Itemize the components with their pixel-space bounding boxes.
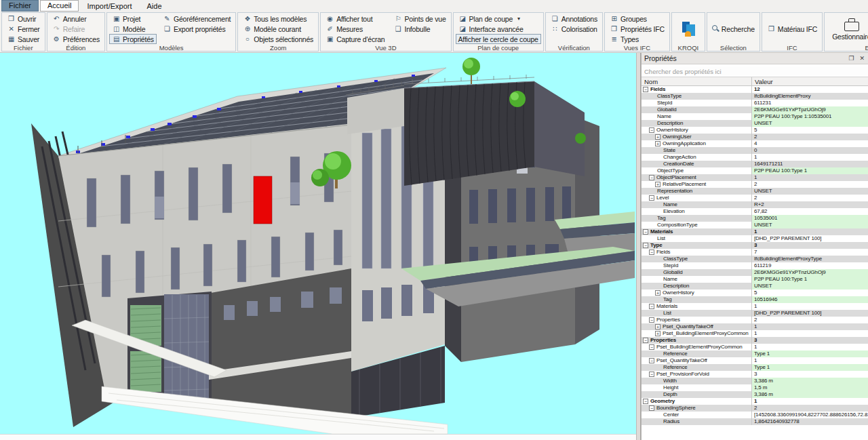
expand-icon[interactable]: + bbox=[655, 182, 660, 187]
property-row[interactable]: StepId611231 bbox=[642, 100, 868, 106]
property-row[interactable]: DescriptionUNSET bbox=[642, 283, 868, 289]
panel-splitter[interactable] bbox=[636, 53, 641, 440]
property-row[interactable]: −Properties3 bbox=[642, 337, 868, 344]
property-row[interactable]: RepresentationUNSET bbox=[642, 188, 868, 195]
property-row[interactable]: ClassTypeIfcBuildingElementProxyType bbox=[642, 256, 868, 262]
plan-de-coupe-btn-button[interactable]: ◪Plan de coupe▾ bbox=[456, 14, 541, 24]
recherche-button[interactable]: Recherche bbox=[709, 24, 757, 34]
projet-button[interactable]: ▣Projet bbox=[109, 14, 157, 24]
expand-icon[interactable]: + bbox=[655, 324, 660, 329]
proprietes-button[interactable]: ▤Propriétés bbox=[109, 34, 157, 44]
georeferencement-button[interactable]: ✎Géoréférencement bbox=[160, 14, 233, 24]
property-row[interactable]: Tag10535001 bbox=[642, 215, 868, 222]
property-row[interactable]: −Geometry1 bbox=[642, 398, 868, 405]
tab-import-export[interactable]: Import/Export bbox=[80, 1, 138, 12]
property-row[interactable]: −Pset_ProvisionForVoid3 bbox=[642, 371, 868, 378]
property-row[interactable]: −ObjectPlacement1 bbox=[642, 174, 868, 181]
materiau-ifc-button[interactable]: ❐Matériau IFC bbox=[764, 24, 820, 34]
collapse-icon[interactable]: − bbox=[649, 127, 654, 133]
ouvrir-button[interactable]: ❐Ouvrir bbox=[4, 14, 43, 24]
collapse-icon[interactable]: − bbox=[649, 304, 654, 309]
property-row[interactable]: CompositionTypeUNSET bbox=[642, 222, 868, 228]
tab-fichier[interactable]: Fichier bbox=[1, 0, 39, 12]
expand-icon[interactable]: + bbox=[655, 134, 660, 140]
expand-icon[interactable]: + bbox=[655, 331, 660, 336]
collapse-icon[interactable]: − bbox=[649, 195, 654, 201]
groupes-button[interactable]: ⊞Groupes bbox=[607, 14, 667, 24]
property-row[interactable]: −Materials1 bbox=[642, 303, 868, 310]
property-row[interactable]: ClassTypeIfcBuildingElementProxy bbox=[642, 93, 868, 100]
collapse-icon[interactable]: − bbox=[649, 249, 654, 255]
types-button[interactable]: ≣Types bbox=[607, 34, 667, 44]
expand-icon[interactable]: + bbox=[655, 290, 660, 296]
expand-icon[interactable]: + bbox=[655, 141, 660, 146]
mesures-button[interactable]: ✐Mesures bbox=[323, 24, 387, 34]
proprietes-ifc-button[interactable]: ❐Propriétés IFC bbox=[607, 24, 667, 34]
collapse-icon[interactable]: − bbox=[643, 87, 648, 92]
tab-aide[interactable]: Aide bbox=[140, 1, 169, 12]
property-row[interactable]: NameP2P PEAU 100:Type 1 bbox=[642, 276, 868, 283]
colorisation-button[interactable]: ∷Colorisation bbox=[548, 24, 600, 34]
property-row[interactable]: Width3,386 m bbox=[642, 378, 868, 384]
collapse-icon[interactable]: − bbox=[643, 243, 648, 248]
collapse-icon[interactable]: − bbox=[649, 358, 654, 363]
property-row[interactable]: −Fields7 bbox=[642, 249, 868, 256]
objets-selectionnes-button[interactable]: ○Objets sélectionnés bbox=[240, 34, 316, 44]
kroqi-btn-button[interactable] bbox=[674, 14, 703, 44]
points-de-vue-button[interactable]: ⚐Points de vue bbox=[391, 14, 449, 24]
property-row[interactable]: State0 bbox=[642, 147, 868, 154]
tous-les-modeles-button[interactable]: ❖Tous les modèles bbox=[240, 14, 316, 24]
export-proprietes-button[interactable]: ❏Export propriétés bbox=[160, 24, 233, 34]
fermer-button[interactable]: ✕Fermer bbox=[4, 24, 43, 34]
close-panel-icon[interactable]: ✕ bbox=[859, 55, 865, 62]
property-row[interactable]: −Properties2 bbox=[642, 317, 868, 323]
property-row[interactable]: +Pset_BuildingElementProxyCommon1 bbox=[642, 330, 868, 337]
collapse-icon[interactable]: − bbox=[649, 405, 654, 411]
column-header-nom[interactable]: Nom bbox=[642, 77, 752, 86]
property-row[interactable]: +OwnerHistory5 bbox=[642, 289, 868, 296]
column-header-valeur[interactable]: Valeur bbox=[752, 78, 868, 85]
annuler-button[interactable]: ↶Annuler bbox=[50, 14, 102, 24]
collapse-icon[interactable]: − bbox=[643, 399, 648, 404]
property-row[interactable]: −OwnerHistory5 bbox=[642, 127, 868, 134]
gestionnaire-button[interactable]: Gestionnaire bbox=[827, 14, 868, 44]
property-row[interactable]: GlobalId2E6KMGGe91YxPTpzUGhOj9 bbox=[642, 106, 868, 113]
collapse-icon[interactable]: − bbox=[643, 229, 648, 235]
collapse-icon[interactable]: − bbox=[649, 372, 654, 377]
interface-avancee-button[interactable]: ◪Interface avancée bbox=[456, 24, 541, 34]
float-panel-icon[interactable]: ❐ bbox=[848, 55, 854, 62]
property-row[interactable]: +Pset_QuantityTakeOff1 bbox=[642, 323, 868, 330]
collapse-icon[interactable]: − bbox=[649, 344, 654, 350]
afficher-cercle-coupe-button[interactable]: Afficher le cercle de coupe bbox=[456, 34, 541, 44]
property-row[interactable]: NameR+2 bbox=[642, 201, 868, 208]
collapse-icon[interactable]: − bbox=[649, 175, 654, 180]
collapse-icon[interactable]: − bbox=[649, 317, 654, 323]
3d-viewport[interactable] bbox=[0, 53, 636, 434]
property-search-input[interactable] bbox=[642, 66, 868, 77]
property-row[interactable]: −Pset_QuantityTakeOff1 bbox=[642, 357, 868, 364]
property-row[interactable]: −BoundingSphere2 bbox=[642, 405, 868, 412]
property-row[interactable]: −Materials1 bbox=[642, 228, 868, 235]
property-row[interactable]: +OwningApplication4 bbox=[642, 140, 868, 147]
property-row[interactable]: ReferenceType 1 bbox=[642, 351, 868, 357]
property-row[interactable]: GlobalId2E6KMGGe91YxPTnzUGhOj9 bbox=[642, 269, 868, 276]
refaire-button[interactable]: ↷Refaire bbox=[50, 24, 102, 34]
property-row[interactable]: Height1,5 m bbox=[642, 384, 868, 391]
property-row[interactable]: DescriptionUNSET bbox=[642, 120, 868, 127]
infobulle-button[interactable]: ❑Infobulle bbox=[391, 24, 449, 34]
modele-button[interactable]: ◫Modèle bbox=[109, 24, 157, 34]
sauver-button[interactable]: ▦Sauver bbox=[4, 34, 43, 44]
annotations-button[interactable]: ❏Annotations bbox=[548, 14, 600, 24]
property-row[interactable]: −Type3 bbox=[642, 242, 868, 249]
property-row[interactable]: −Fields12 bbox=[642, 86, 868, 93]
property-row[interactable]: Elevation67,82 bbox=[642, 208, 868, 215]
property-row[interactable]: ChangeAction1 bbox=[642, 154, 868, 161]
collapse-icon[interactable]: − bbox=[643, 338, 648, 343]
property-row[interactable]: NameP2P PEAU 100:Type 1:10535001 bbox=[642, 113, 868, 120]
property-row[interactable]: +OwningUser2 bbox=[642, 134, 868, 140]
property-row[interactable]: List[DHD_P2P PAREMENT 100] bbox=[642, 310, 868, 317]
modele-courant-button[interactable]: ⊕Modèle courant bbox=[240, 24, 316, 34]
property-row[interactable]: CreationDate1649171211 bbox=[642, 161, 868, 167]
property-row[interactable]: −Pset_BuildingElementProxyCommon1 bbox=[642, 344, 868, 351]
property-row[interactable]: ReferenceType 1 bbox=[642, 364, 868, 371]
